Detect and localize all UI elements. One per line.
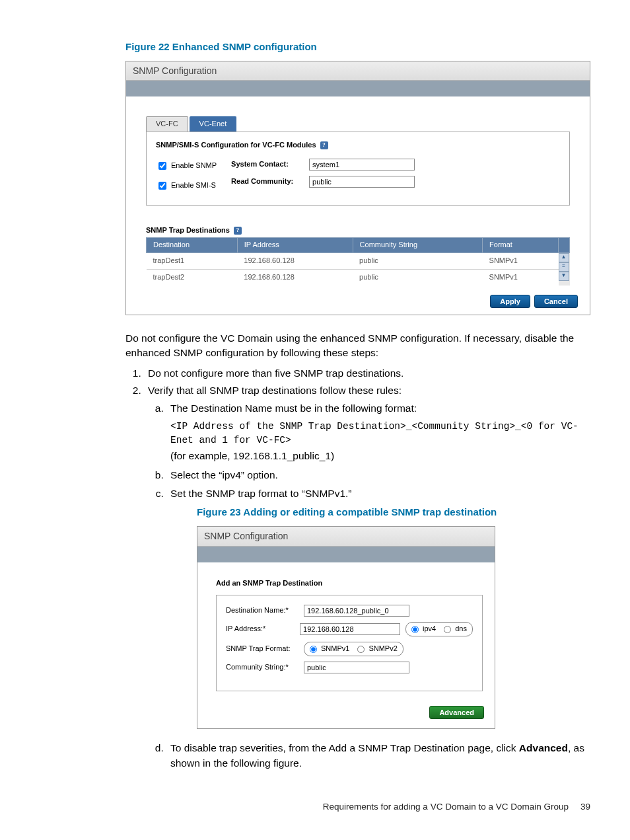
tab-vc-fc[interactable]: VC-FC: [146, 116, 188, 132]
ipv4-radio[interactable]: [411, 626, 419, 633]
scroll-thumb[interactable]: ≡: [559, 262, 569, 272]
step-2a-text: The Destination Name must be in the foll…: [170, 402, 417, 414]
advanced-bold: Advanced: [519, 742, 568, 753]
step-2a-code: <IP Address of the SNMP Trap Destination…: [170, 420, 590, 447]
step-1: Do not configure more than five SNMP tra…: [144, 366, 590, 381]
step-2-text: Verify that all SNMP trap destinations f…: [148, 385, 402, 396]
ip-label: IP Address:*: [226, 624, 295, 634]
table-row[interactable]: trapDest2 192.168.60.128 public SNMPv1: [147, 269, 570, 285]
col-community: Community String: [353, 237, 482, 252]
panel2-toolbar: [197, 547, 495, 562]
snmp-config-panel: SNMP Configuration VC-FC VC-Enet SNMP/SM…: [125, 61, 590, 315]
tab-strip: VC-FC VC-Enet: [146, 116, 570, 132]
figure-22-title: Figure 22 Enhanced SNMP configuration: [125, 40, 590, 54]
ip-input[interactable]: [300, 623, 400, 635]
tab-content: SNMP/SMI-S Configuration for VC-FC Modul…: [146, 132, 570, 206]
cancel-button[interactable]: Cancel: [534, 295, 578, 308]
advanced-button[interactable]: Advanced: [429, 706, 484, 719]
dest-name-label: Destination Name:*: [226, 605, 298, 616]
cell-ip: 192.168.60.128: [237, 252, 353, 269]
footer-text: Requirements for adding a VC Domain to a…: [323, 800, 569, 814]
ipv4-label: ipv4: [423, 624, 436, 634]
add-box-title: Add an SNMP Trap Destination: [216, 578, 483, 589]
snmpv1-label: SNMPv1: [321, 644, 349, 654]
dns-label: dns: [455, 624, 467, 634]
enable-smis-option[interactable]: Enable SMI-S: [156, 180, 217, 192]
ip-type-group: ipv4 dns: [405, 622, 473, 636]
scroll-down-icon[interactable]: ▼: [559, 272, 569, 281]
figure-23-title: Figure 23 Adding or editing a compatible…: [197, 505, 590, 519]
cell-dest: trapDest2: [147, 269, 238, 285]
tab-vc-enet[interactable]: VC-Enet: [190, 116, 237, 132]
dest-name-input[interactable]: [304, 605, 409, 617]
cell-ip: 192.168.60.128: [237, 269, 353, 285]
help-icon[interactable]: ?: [234, 227, 242, 235]
add-trap-panel: SNMP Configuration Add an SNMP Trap Dest…: [197, 526, 495, 729]
cs-label: Community String:*: [226, 662, 298, 673]
cell-dest: trapDest1: [147, 252, 238, 269]
cell-cs: public: [353, 252, 482, 269]
section-title: SNMP/SMI-S Configuration for VC-FC Modul…: [156, 140, 316, 151]
cell-cs: public: [353, 269, 482, 285]
system-contact-label: System Contact:: [231, 159, 304, 170]
enable-snmp-checkbox[interactable]: [158, 162, 166, 170]
snmpv2-radio[interactable]: [357, 646, 365, 653]
enable-smis-checkbox[interactable]: [158, 182, 166, 190]
step-2a-example: (for example, 192.168.1.1_public_1): [170, 450, 334, 461]
snmpv2-label: SNMPv2: [368, 644, 397, 654]
enable-snmp-option[interactable]: Enable SNMP: [156, 160, 217, 172]
panel-header: SNMP Configuration: [126, 61, 590, 81]
format-label: SNMP Trap Format:: [226, 644, 298, 654]
snmpv1-radio[interactable]: [310, 646, 317, 653]
panel2-header: SNMP Configuration: [197, 527, 495, 546]
step-2d: To disable trap severities, from the Add…: [166, 741, 590, 771]
table-row[interactable]: trapDest1 192.168.60.128 public SNMPv1 ▲…: [147, 252, 570, 269]
cell-fmt: SNMPv1: [483, 269, 559, 285]
system-contact-input[interactable]: [309, 159, 415, 171]
col-format: Format: [483, 237, 559, 252]
read-community-input[interactable]: [309, 176, 415, 188]
read-community-label: Read Community:: [231, 176, 304, 187]
step-2a: The Destination Name must be in the foll…: [166, 401, 590, 464]
col-ip: IP Address: [237, 237, 353, 252]
col-destination: Destination: [147, 237, 238, 252]
trap-destinations-table: Destination IP Address Community String …: [146, 237, 570, 286]
cs-input[interactable]: [304, 662, 409, 673]
apply-button[interactable]: Apply: [490, 295, 530, 308]
step-2b: Select the “ipv4” option.: [166, 468, 590, 482]
panel-toolbar: [126, 81, 590, 96]
help-icon[interactable]: ?: [320, 141, 328, 149]
dns-radio[interactable]: [444, 626, 451, 633]
enable-smis-label: Enable SMI-S: [171, 180, 216, 191]
step-2d-text: To disable trap severities, from the Add…: [170, 742, 519, 753]
intro-paragraph: Do not configure the VC Domain using the…: [125, 331, 590, 361]
footer-page: 39: [580, 800, 590, 814]
scroll-up-icon[interactable]: ▲: [559, 253, 569, 262]
enable-snmp-label: Enable SNMP: [171, 161, 217, 171]
steps-list: Do not configure more than five SNMP tra…: [125, 366, 590, 771]
page-footer: Requirements for adding a VC Domain to a…: [323, 800, 590, 814]
trap-section-title: SNMP Trap Destinations: [146, 225, 230, 236]
step-2c: Set the SNMP trap format to “SNMPv1.”: [166, 486, 590, 501]
step-2: Verify that all SNMP trap destinations f…: [144, 383, 590, 771]
format-group: SNMPv1 SNMPv2: [304, 642, 403, 656]
cell-fmt: SNMPv1: [483, 252, 559, 269]
